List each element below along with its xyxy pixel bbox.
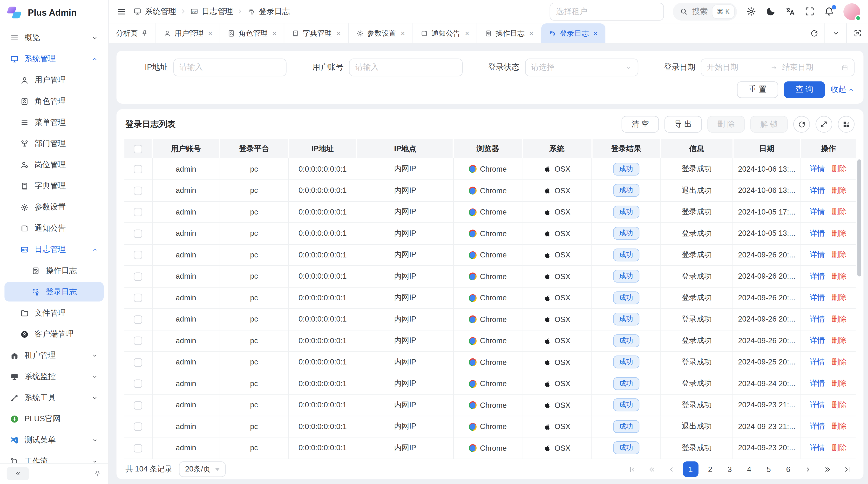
sidebar-item-user-mgmt[interactable]: 用户管理	[4, 70, 104, 90]
delete-link[interactable]: 删除	[832, 251, 846, 259]
maximize-view-icon[interactable]	[846, 23, 868, 43]
close-icon[interactable]: ×	[529, 29, 534, 38]
column-settings-icon[interactable]	[838, 116, 855, 133]
row-checkbox[interactable]	[134, 294, 142, 302]
tab-dict-mgmt[interactable]: 字典管理 ×	[284, 23, 349, 43]
clear-button[interactable]: 清空	[622, 116, 659, 133]
page-number-3[interactable]: 3	[722, 461, 738, 477]
delete-link[interactable]: 删除	[832, 315, 846, 323]
row-checkbox[interactable]	[134, 208, 142, 217]
row-checkbox[interactable]	[134, 444, 142, 452]
filter-status-select[interactable]: 请选择	[525, 59, 638, 76]
page-next-icon[interactable]	[800, 461, 816, 477]
sidebar-item-system-monitor[interactable]: 系统监控	[4, 366, 104, 386]
sidebar-item-param-settings[interactable]: 参数设置	[4, 197, 104, 217]
dark-mode-moon-icon[interactable]	[765, 6, 776, 17]
tab-analysis[interactable]: 分析页	[109, 23, 156, 43]
detail-link[interactable]: 详情	[810, 400, 825, 409]
delete-link[interactable]: 删除	[832, 422, 846, 430]
close-icon[interactable]: ×	[272, 29, 277, 38]
delete-button[interactable]: 删除	[707, 116, 745, 133]
table-scrollbar[interactable]	[858, 159, 861, 277]
page-prev10-icon[interactable]	[644, 461, 659, 477]
sidebar-item-operation-log[interactable]: 操作日志	[4, 261, 104, 280]
sidebar-item-overview[interactable]: 概览	[4, 28, 104, 47]
reset-button[interactable]: 重置	[737, 82, 778, 98]
detail-link[interactable]: 详情	[810, 272, 825, 280]
sidebar-item-post-mgmt[interactable]: 岗位管理	[4, 155, 104, 174]
detail-link[interactable]: 详情	[810, 186, 825, 195]
page-last-icon[interactable]	[839, 461, 855, 477]
tab-operation-log[interactable]: 操作日志 ×	[477, 23, 541, 43]
breadcrumb-item-login-log[interactable]: 登录日志	[247, 6, 290, 17]
expand-icon[interactable]	[815, 116, 832, 133]
collapse-filter-link[interactable]: 收起	[831, 85, 855, 95]
row-checkbox[interactable]	[134, 380, 142, 388]
row-checkbox[interactable]	[134, 358, 142, 366]
detail-link[interactable]: 详情	[810, 293, 825, 302]
delete-link[interactable]: 删除	[832, 379, 846, 388]
row-checkbox[interactable]	[134, 229, 142, 238]
close-icon[interactable]: ×	[208, 29, 212, 38]
detail-link[interactable]: 详情	[810, 229, 825, 237]
filter-date-range-picker[interactable]: 开始日期结束日期	[701, 59, 855, 76]
page-number-1[interactable]: 1	[683, 461, 699, 477]
row-checkbox[interactable]	[134, 165, 142, 173]
delete-link[interactable]: 删除	[832, 186, 846, 195]
sidebar-item-system-tools[interactable]: 系统工具	[4, 388, 104, 407]
close-icon[interactable]: ×	[336, 29, 341, 38]
detail-link[interactable]: 详情	[810, 164, 825, 173]
detail-link[interactable]: 详情	[810, 358, 825, 366]
menu-toggle-icon[interactable]	[117, 6, 127, 17]
close-icon[interactable]: ×	[593, 29, 598, 38]
delete-link[interactable]: 删除	[832, 444, 846, 452]
page-first-icon[interactable]	[624, 461, 640, 477]
delete-link[interactable]: 删除	[832, 400, 846, 409]
page-prev-icon[interactable]	[663, 461, 679, 477]
notifications-bell-icon[interactable]	[824, 6, 835, 17]
detail-link[interactable]: 详情	[810, 207, 825, 216]
row-checkbox[interactable]	[134, 272, 142, 281]
delete-link[interactable]: 删除	[832, 293, 846, 302]
tab-role-mgmt[interactable]: 角色管理 ×	[220, 23, 284, 43]
page-number-6[interactable]: 6	[780, 461, 796, 477]
sidebar-item-system-mgmt[interactable]: 系统管理	[4, 49, 104, 68]
delete-link[interactable]: 删除	[832, 358, 846, 366]
tab-login-log[interactable]: 登录日志 ×	[541, 23, 606, 43]
language-translate-icon[interactable]	[785, 6, 796, 17]
page-number-5[interactable]: 5	[761, 461, 777, 477]
breadcrumb-item-system-mgmt[interactable]: 系统管理	[133, 6, 176, 17]
filter-ip-input[interactable]: 请输入	[173, 59, 287, 76]
delete-link[interactable]: 删除	[832, 229, 846, 237]
export-button[interactable]: 导出	[664, 116, 702, 133]
row-checkbox[interactable]	[134, 423, 142, 431]
filter-account-input[interactable]: 请输入	[349, 59, 462, 76]
select-all-checkbox[interactable]	[134, 145, 142, 153]
refresh-icon[interactable]	[803, 23, 824, 43]
detail-link[interactable]: 详情	[810, 422, 825, 430]
settings-gear-icon[interactable]	[746, 6, 756, 17]
sidebar-item-plus-site[interactable]: PLUS官网	[4, 409, 104, 428]
sidebar-item-dept-mgmt[interactable]: 部门管理	[4, 134, 104, 153]
row-checkbox[interactable]	[134, 401, 142, 410]
row-checkbox[interactable]	[134, 337, 142, 345]
detail-link[interactable]: 详情	[810, 251, 825, 259]
sidebar-item-notice[interactable]: 通知公告	[4, 218, 104, 238]
detail-link[interactable]: 详情	[810, 379, 825, 388]
page-size-select[interactable]: 20条/页	[179, 461, 226, 477]
page-number-4[interactable]: 4	[741, 461, 757, 477]
detail-link[interactable]: 详情	[810, 444, 825, 452]
close-icon[interactable]: ×	[401, 29, 405, 38]
breadcrumb-item-log-mgmt[interactable]: DEV 日志管理	[190, 6, 233, 17]
sidebar-item-role-mgmt[interactable]: 角色管理	[4, 91, 104, 111]
tenant-select[interactable]: 选择租户	[550, 2, 664, 20]
row-checkbox[interactable]	[134, 187, 142, 195]
row-checkbox[interactable]	[134, 251, 142, 259]
detail-link[interactable]: 详情	[810, 336, 825, 345]
pin-icon[interactable]	[94, 470, 101, 478]
sidebar-collapse-button[interactable]	[7, 467, 29, 480]
page-next10-icon[interactable]	[819, 461, 835, 477]
tab-notice[interactable]: 通知公告 ×	[413, 23, 477, 43]
sidebar-item-login-log[interactable]: 登录日志	[4, 282, 104, 301]
delete-link[interactable]: 删除	[832, 164, 846, 173]
